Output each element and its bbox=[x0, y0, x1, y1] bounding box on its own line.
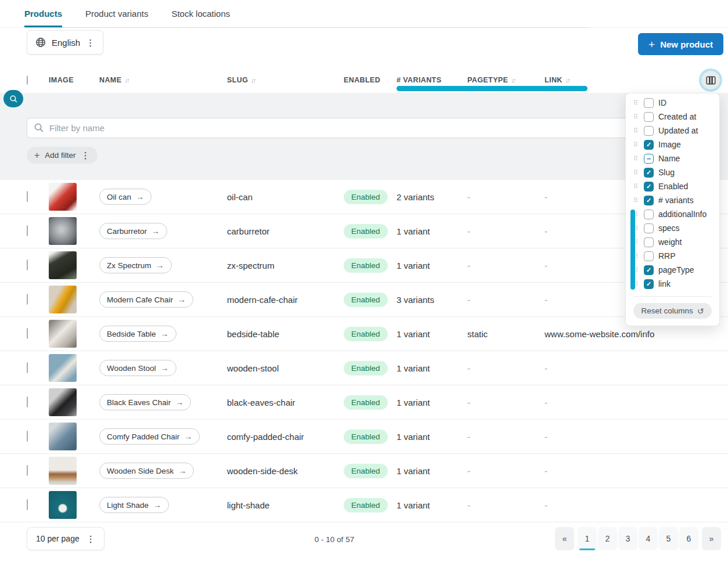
page-button[interactable]: 2 bbox=[598, 527, 617, 550]
column-menu-item[interactable]: ⠿RRP bbox=[626, 249, 719, 263]
column-menu-item[interactable]: ⠿Image bbox=[626, 138, 719, 151]
filter-menu-icon[interactable]: ⋮ bbox=[81, 151, 90, 160]
column-menu-item[interactable]: ⠿pageType bbox=[626, 263, 719, 277]
product-link-button[interactable]: Oil can→ bbox=[99, 189, 152, 205]
quick-search-button[interactable] bbox=[3, 90, 23, 107]
column-menu-item[interactable]: ⠿additionalInfo bbox=[626, 207, 719, 221]
language-selector[interactable]: English ⋮ bbox=[27, 30, 103, 55]
drag-handle-icon[interactable]: ⠿ bbox=[633, 197, 640, 204]
column-checkbox[interactable] bbox=[644, 182, 654, 192]
column-menu-item[interactable]: ⠿Updated at bbox=[626, 124, 719, 138]
sort-icon[interactable]: ↓↑ bbox=[251, 77, 255, 84]
column-menu-item[interactable]: ⠿ID bbox=[626, 96, 719, 110]
column-checkbox[interactable] bbox=[644, 265, 654, 275]
row-checkbox[interactable] bbox=[27, 225, 28, 236]
column-checkbox[interactable] bbox=[644, 251, 654, 261]
column-menu-item[interactable]: ⠿Slug bbox=[626, 165, 719, 179]
pagetype-cell: - bbox=[467, 398, 545, 407]
column-menu-item[interactable]: ⠿Name bbox=[626, 151, 719, 165]
per-page-selector[interactable]: 10 per page ⋮ bbox=[27, 527, 104, 550]
table-header-row: IMAGE NAME↓↑ SLUG↓↑ ENABLED # VARIANTS P… bbox=[0, 67, 728, 93]
row-checkbox[interactable] bbox=[27, 465, 28, 476]
page-button[interactable]: 3 bbox=[618, 527, 637, 550]
drag-handle-icon[interactable]: ⠿ bbox=[633, 155, 640, 163]
product-link-button[interactable]: Comfy Padded Chair→ bbox=[99, 428, 200, 445]
product-thumbnail bbox=[49, 457, 77, 485]
row-checkbox[interactable] bbox=[27, 396, 28, 407]
sort-icon[interactable]: ↓↑ bbox=[511, 77, 515, 84]
new-product-label: New product bbox=[660, 39, 713, 49]
reset-columns-button[interactable]: Reset columns ↺ bbox=[633, 303, 711, 319]
header-slug[interactable]: SLUG↓↑ bbox=[227, 76, 344, 84]
table-row: Comfy Padded Chair→ comfy-padded-chair E… bbox=[0, 420, 728, 454]
select-all-checkbox[interactable] bbox=[27, 75, 28, 85]
new-product-button[interactable]: + New product bbox=[638, 33, 723, 55]
row-checkbox[interactable] bbox=[27, 294, 28, 305]
per-page-menu-icon[interactable]: ⋮ bbox=[87, 535, 95, 543]
column-menu-item[interactable]: ⠿# variants bbox=[626, 193, 719, 207]
column-checkbox[interactable] bbox=[644, 126, 654, 136]
product-link-button[interactable]: Modern Cafe Chair→ bbox=[99, 291, 193, 308]
tab-product-variants[interactable]: Product variants bbox=[85, 0, 148, 27]
filter-by-name-input[interactable] bbox=[27, 118, 720, 138]
row-checkbox[interactable] bbox=[27, 259, 28, 270]
row-checkbox[interactable] bbox=[27, 362, 28, 373]
tab-stock-locations[interactable]: Stock locations bbox=[171, 0, 230, 27]
drag-handle-icon[interactable]: ⠿ bbox=[633, 99, 640, 107]
drag-handle-icon[interactable]: ⠿ bbox=[633, 169, 640, 176]
column-picker-button[interactable] bbox=[701, 71, 720, 89]
column-checkbox[interactable] bbox=[644, 196, 654, 205]
row-checkbox[interactable] bbox=[27, 499, 28, 510]
page-button[interactable]: 4 bbox=[639, 527, 658, 550]
tab-products[interactable]: Products bbox=[24, 0, 62, 27]
product-link-button[interactable]: Zx Spectrum→ bbox=[99, 257, 172, 273]
globe-icon bbox=[35, 37, 46, 48]
column-checkbox[interactable] bbox=[644, 237, 654, 247]
next-page-button[interactable]: » bbox=[702, 527, 721, 550]
add-filter-button[interactable]: + Add filter ⋮ bbox=[27, 147, 98, 164]
columns-icon bbox=[706, 76, 716, 85]
header-link[interactable]: LINK↓↑ bbox=[545, 76, 720, 84]
column-menu-item[interactable]: ⠿link bbox=[626, 277, 719, 291]
drag-handle-icon[interactable]: ⠿ bbox=[633, 113, 640, 121]
add-filter-label: Add filter bbox=[45, 151, 75, 160]
drag-handle-icon[interactable]: ⠿ bbox=[633, 183, 640, 190]
table-row: Modern Cafe Chair→ modern-cafe-chair Ena… bbox=[0, 283, 728, 317]
column-checkbox[interactable] bbox=[644, 154, 654, 164]
column-checkbox[interactable] bbox=[644, 210, 654, 219]
column-menu-item[interactable]: ⠿specs bbox=[626, 221, 719, 235]
product-link-button[interactable]: Wooden Side Desk→ bbox=[99, 463, 194, 479]
product-thumbnail bbox=[49, 354, 77, 382]
product-link-button[interactable]: Wooden Stool→ bbox=[99, 360, 176, 376]
column-checkbox[interactable] bbox=[644, 168, 654, 178]
horizontal-scrollbar[interactable] bbox=[397, 86, 588, 91]
sort-icon[interactable]: ↓↑ bbox=[565, 77, 570, 84]
language-menu-icon[interactable]: ⋮ bbox=[86, 38, 95, 47]
header-name[interactable]: NAME↓↑ bbox=[99, 76, 227, 84]
table-row: Carburretor→ carburretor Enabled 1 varia… bbox=[0, 214, 728, 248]
column-menu-item[interactable]: ⠿weight bbox=[626, 235, 719, 249]
page-button[interactable]: 5 bbox=[659, 527, 678, 550]
column-menu-item[interactable]: ⠿Enabled bbox=[626, 179, 719, 193]
column-checkbox[interactable] bbox=[644, 98, 654, 108]
column-checkbox[interactable] bbox=[644, 112, 654, 122]
product-link-button[interactable]: Bedside Table→ bbox=[99, 326, 176, 342]
row-checkbox[interactable] bbox=[27, 431, 28, 442]
header-pagetype[interactable]: PAGETYPE↓↑ bbox=[467, 76, 545, 84]
product-link-button[interactable]: Light Shade→ bbox=[99, 497, 169, 513]
column-checkbox[interactable] bbox=[644, 279, 654, 289]
page-button[interactable]: 1 bbox=[578, 527, 597, 550]
row-checkbox[interactable] bbox=[27, 328, 28, 339]
product-link-button[interactable]: Carburretor→ bbox=[99, 223, 167, 239]
drag-handle-icon[interactable]: ⠿ bbox=[633, 141, 640, 149]
prev-page-button[interactable]: « bbox=[555, 527, 574, 550]
row-checkbox[interactable] bbox=[27, 191, 28, 202]
product-link-button[interactable]: Black Eaves Chair→ bbox=[99, 394, 191, 410]
sort-icon[interactable]: ↓↑ bbox=[124, 77, 128, 84]
page-button[interactable]: 6 bbox=[679, 527, 698, 550]
column-checkbox[interactable] bbox=[644, 140, 654, 150]
column-checkbox[interactable] bbox=[644, 223, 654, 233]
menu-scrollbar[interactable] bbox=[630, 210, 635, 290]
drag-handle-icon[interactable]: ⠿ bbox=[633, 127, 640, 135]
column-menu-item[interactable]: ⠿Created at bbox=[626, 110, 719, 124]
